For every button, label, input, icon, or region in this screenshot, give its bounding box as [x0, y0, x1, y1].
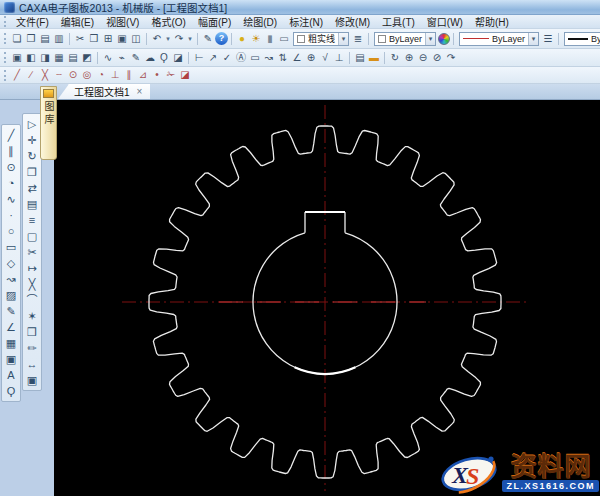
- menu-item-1[interactable]: 编辑(E): [55, 14, 100, 29]
- title-block-icon[interactable]: ◨: [38, 51, 52, 65]
- draw-spline-icon[interactable]: ∿: [3, 191, 19, 207]
- sketch-pen-icon[interactable]: ✎: [129, 51, 143, 65]
- draw-rectangle-icon[interactable]: ▭: [3, 239, 19, 255]
- ruler-icon[interactable]: ▤: [353, 51, 367, 65]
- revision-cloud-icon[interactable]: ☁: [143, 51, 157, 65]
- print-icon[interactable]: ▥: [52, 32, 66, 46]
- redo-icon[interactable]: ↷: [172, 32, 186, 46]
- modify-array-icon[interactable]: ▤: [24, 196, 40, 212]
- modify-move-icon[interactable]: ✛: [24, 132, 40, 148]
- draw-search-icon[interactable]: Ϙ: [3, 383, 19, 399]
- dim-leader-icon[interactable]: ↗: [206, 51, 220, 65]
- modify-paste-icon[interactable]: ❒: [24, 324, 40, 340]
- draw-circle-icon[interactable]: ⊙: [3, 159, 19, 175]
- library-flyout-tab[interactable]: 图库: [40, 86, 57, 160]
- properties-icon[interactable]: ✎: [201, 32, 215, 46]
- paste-icon[interactable]: ▣: [115, 32, 129, 46]
- drawing-canvas[interactable]: X S 资料网 ZL.XS1616.COM: [54, 100, 600, 496]
- linetype-manager-icon[interactable]: ☰: [541, 32, 555, 46]
- snap-circle-tangent-icon[interactable]: ◎: [80, 68, 94, 82]
- zoom-out-icon[interactable]: ⊖: [416, 51, 430, 65]
- draw-polygon-icon[interactable]: ◇: [3, 255, 19, 271]
- tab-document-1[interactable]: 工程图文档1 ×: [58, 84, 150, 99]
- redraw-icon[interactable]: ↻: [388, 51, 402, 65]
- layer-manager-icon[interactable]: ≣: [351, 32, 365, 46]
- paper-setup-icon[interactable]: ▣: [10, 51, 24, 65]
- snap-parallel-icon[interactable]: ∥: [122, 68, 136, 82]
- modify-image-icon[interactable]: ▣: [24, 372, 40, 388]
- menu-item-4[interactable]: 幅面(P): [192, 14, 237, 29]
- dim-check-icon[interactable]: ✓: [220, 51, 234, 65]
- drawing-svg[interactable]: [54, 100, 600, 496]
- draw-text-icon[interactable]: A: [3, 367, 19, 383]
- save-document-icon[interactable]: ▤: [38, 32, 52, 46]
- drawing-frame-icon[interactable]: ◧: [24, 51, 38, 65]
- magnifier-icon[interactable]: Ϙ: [157, 51, 171, 65]
- copy-with-basepoint-icon[interactable]: ⊞: [101, 32, 115, 46]
- frame-edit-icon[interactable]: ◩: [80, 51, 94, 65]
- layer-freeze-icon[interactable]: ☀: [249, 32, 263, 46]
- menu-item-3[interactable]: 格式(O): [145, 14, 191, 29]
- snap-point-icon[interactable]: •: [150, 68, 164, 82]
- modify-extend-icon[interactable]: ↦: [24, 260, 40, 276]
- curve-icon[interactable]: ∿: [101, 51, 115, 65]
- modify-copy-icon[interactable]: ❐: [24, 164, 40, 180]
- modify-scale-icon[interactable]: ▢: [24, 228, 40, 244]
- menu-item-6[interactable]: 标注(N): [283, 14, 329, 29]
- layer-on-off-icon[interactable]: ●: [235, 32, 249, 46]
- viewport-icon[interactable]: ◪: [171, 51, 185, 65]
- color-palette-icon[interactable]: [438, 33, 450, 45]
- node-edit-icon[interactable]: ⌁: [115, 51, 129, 65]
- paste-special-icon[interactable]: ◫: [129, 32, 143, 46]
- draw-block-icon[interactable]: ▣: [3, 351, 19, 367]
- menu-item-5[interactable]: 绘图(D): [237, 14, 283, 29]
- draw-chamfer-icon[interactable]: ∠: [3, 319, 19, 335]
- snap-trim-icon[interactable]: ✁: [164, 68, 178, 82]
- menu-item-9[interactable]: 窗口(W): [421, 14, 469, 29]
- dim-weld-icon[interactable]: ⊥: [332, 51, 346, 65]
- modify-edit-icon[interactable]: ✏: [24, 340, 40, 356]
- copy-icon[interactable]: ❒: [87, 32, 101, 46]
- snap-line-two-point-icon[interactable]: ╱: [10, 68, 24, 82]
- modify-select-icon[interactable]: ▷: [24, 116, 40, 132]
- modify-offset-icon[interactable]: ≡: [24, 212, 40, 228]
- zoom-window-icon[interactable]: ⊘: [430, 51, 444, 65]
- layer-lock-icon[interactable]: ▮: [263, 32, 277, 46]
- menu-item-7[interactable]: 修改(M): [329, 14, 376, 29]
- draw-ellipse-icon[interactable]: ○: [3, 223, 19, 239]
- dim-linear-icon[interactable]: ⊢: [192, 51, 206, 65]
- snap-block-icon[interactable]: ⊿: [136, 68, 150, 82]
- draw-point-icon[interactable]: ·: [3, 207, 19, 223]
- draw-parallel-icon[interactable]: ∥: [3, 143, 19, 159]
- help-icon[interactable]: ?: [215, 32, 228, 45]
- snap-line-angle-icon[interactable]: ∕: [24, 68, 38, 82]
- undo-dropdown-icon[interactable]: ▾: [164, 32, 172, 46]
- cut-icon[interactable]: ✂: [73, 32, 87, 46]
- draw-sketch-icon[interactable]: ✎: [3, 303, 19, 319]
- chevron-down-icon[interactable]: ▾: [528, 33, 538, 45]
- modify-rotate-icon[interactable]: ↻: [24, 148, 40, 164]
- draw-grid-icon[interactable]: ▦: [3, 335, 19, 351]
- menu-item-8[interactable]: 工具(T): [376, 14, 421, 29]
- dim-roughness-icon[interactable]: √: [318, 51, 332, 65]
- modify-fillet-icon[interactable]: ⌒: [24, 292, 40, 308]
- modify-explode-icon[interactable]: ✶: [24, 308, 40, 324]
- menu-item-2[interactable]: 视图(V): [100, 14, 145, 29]
- color-select[interactable]: ByLayer ▾: [374, 32, 436, 46]
- dim-angle-icon[interactable]: ∠: [290, 51, 304, 65]
- zoom-in-icon[interactable]: ⊕: [402, 51, 416, 65]
- redo-dropdown-icon[interactable]: ▾: [186, 32, 194, 46]
- parts-list-icon[interactable]: ▤: [66, 51, 80, 65]
- open-document-icon[interactable]: ❐: [24, 32, 38, 46]
- linetype-select[interactable]: ByLayer ▾: [459, 32, 539, 46]
- menu-item-0[interactable]: 文件(F): [10, 14, 55, 29]
- color-bar-icon[interactable]: ▬: [367, 51, 381, 65]
- new-document-icon[interactable]: ❏: [10, 32, 24, 46]
- lineweight-select[interactable]: ByLayer: [564, 32, 600, 46]
- modify-mirror-icon[interactable]: ⇄: [24, 180, 40, 196]
- draw-line-icon[interactable]: ╱: [3, 127, 19, 143]
- modify-stretch-icon[interactable]: ↔: [24, 356, 40, 372]
- modify-break-icon[interactable]: ╳: [24, 276, 40, 292]
- snap-perpendicular-icon[interactable]: ⊥: [108, 68, 122, 82]
- dim-datum-icon[interactable]: Ⓐ: [234, 51, 248, 65]
